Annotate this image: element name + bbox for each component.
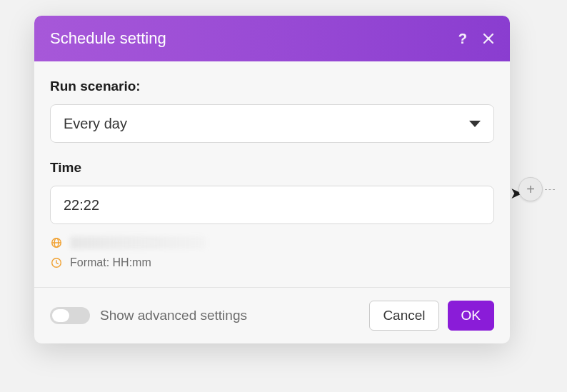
advanced-settings-label: Show advanced settings [100,308,369,323]
time-input[interactable] [50,186,494,224]
timezone-row [50,234,494,251]
run-scenario-value: Every day [64,116,127,132]
dialog-header: Schedule setting ? [34,16,510,61]
run-scenario-select-wrap: Every day [50,104,494,143]
format-hint: Format: HH:mm [70,256,151,269]
dialog-body: Run scenario: Every day Time [34,61,510,287]
dialog-title: Schedule setting [50,29,458,48]
globe-icon [50,236,63,249]
add-node-button[interactable]: + [518,177,543,201]
clock-icon [50,256,63,269]
advanced-settings-toggle[interactable] [50,307,90,324]
run-scenario-label: Run scenario: [50,79,494,94]
time-label: Time [50,160,494,176]
run-scenario-select[interactable]: Every day [50,104,494,143]
help-icon[interactable]: ? [458,31,467,47]
cancel-button[interactable]: Cancel [369,301,438,331]
caret-down-icon [469,121,481,127]
toggle-knob [52,309,69,322]
close-icon[interactable] [483,33,494,44]
time-meta: Format: HH:mm [50,234,494,271]
dialog-footer: Show advanced settings Cancel OK [34,287,510,343]
header-actions: ? [458,31,494,47]
schedule-setting-dialog: Schedule setting ? Run scenario: Every d… [34,16,510,343]
timezone-value-blurred [70,236,206,249]
format-row: Format: HH:mm [50,254,494,271]
ok-button[interactable]: OK [448,301,494,331]
